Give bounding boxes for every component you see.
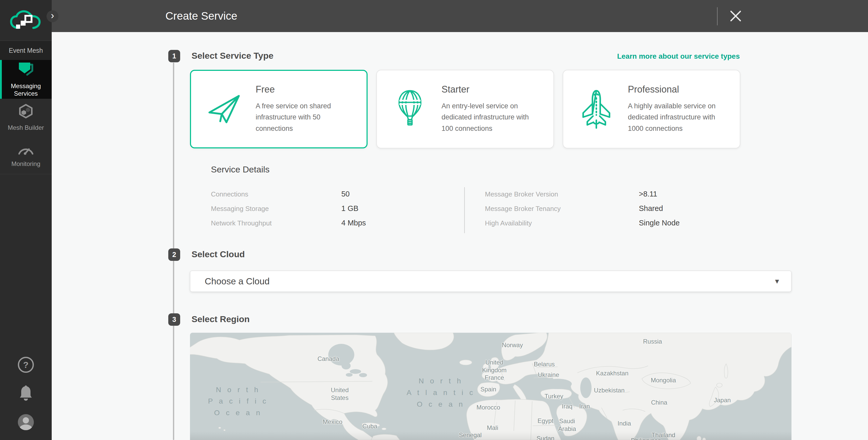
detail-label: Messaging Storage [211,205,340,213]
detail-value: 50 [341,190,349,198]
cloud-select-dropdown[interactable]: Choose a Cloud ▼ [190,271,792,292]
card-title: Free [256,84,354,95]
sidebar-item-label: Event Mesh [9,47,43,54]
detail-label: High Availability [485,219,638,227]
detail-label: Network Throughput [211,219,340,227]
paper-plane-icon [206,94,242,124]
learn-more-link[interactable]: Learn more about our service types [617,52,740,61]
detail-label: Connections [211,190,340,198]
detail-value: Shared [639,204,663,213]
sidebar-expand-button[interactable]: › [46,10,58,22]
card-description: An entry-level service on dedicated infr… [441,100,541,134]
close-icon[interactable] [729,9,742,23]
create-service-page: Event Mesh Messaging Services Mesh Build… [0,0,868,440]
sidebar-item-label: Monitoring [9,160,42,167]
service-type-cards: Free A free service on shared infrastruc… [190,70,792,148]
sidebar-item-messaging-services[interactable]: Messaging Services [0,60,52,99]
step-2-title: Select Cloud [191,249,245,259]
hexagon-mesh-icon [18,104,34,120]
step-2-badge: 2 [168,248,180,261]
create-service-form: 1 Select Service Type Learn more about o… [52,32,868,440]
sidebar: Event Mesh Messaging Services Mesh Build… [0,0,52,440]
hot-air-balloon-icon [392,90,428,128]
sidebar-footer: ? [0,357,52,430]
service-type-card-free[interactable]: Free A free service on shared infrastruc… [190,70,368,148]
cloud-select-value: Choose a Cloud [205,276,774,286]
detail-value: Single Node [639,219,680,227]
header-divider [717,7,718,25]
step-3-title: Select Region [191,314,250,324]
step-1-badge: 1 [168,50,180,62]
service-details-title: Service Details [211,164,270,175]
solace-cloud-logo-icon [10,9,42,31]
sidebar-item-label: Messaging Services [0,82,52,97]
help-icon[interactable]: ? [18,357,34,373]
sidebar-item-monitoring[interactable]: Monitoring [0,136,52,174]
detail-label: Message Broker Version [485,190,638,198]
step-1-title: Select Service Type [191,51,274,61]
detail-value: >8.11 [639,190,657,198]
sidebar-item-label: Mesh Builder [6,124,46,131]
service-type-card-professional[interactable]: Professional A highly available service … [563,70,740,148]
service-type-card-starter[interactable]: Starter An entry-level service on dedica… [376,70,554,148]
gauge-icon [18,143,34,156]
detail-label: Message Broker Tenancy [485,205,638,213]
card-description: A highly available service on dedicated … [628,100,727,134]
detail-value: 1 GB [341,204,358,213]
card-title: Starter [441,84,541,95]
airplane-icon [578,89,614,129]
card-title: Professional [628,84,727,95]
chevron-right-icon: › [51,10,54,21]
region-map[interactable]: N o r t h P a c i f i c O c e a n N o r … [190,333,792,440]
page-title: Create Service [165,0,237,32]
dialog-header: Create Service [52,0,868,32]
sidebar-item-mesh-builder[interactable]: Mesh Builder [0,99,52,136]
detail-value: 4 Mbps [341,219,366,227]
bell-icon[interactable] [19,385,33,402]
card-description: A free service on shared infrastructure … [256,100,354,134]
step-3-badge: 3 [168,313,180,326]
sidebar-item-event-mesh[interactable]: Event Mesh [0,41,52,60]
details-divider [464,187,465,233]
world-map-graphic [190,333,792,440]
app-logo[interactable] [0,0,52,41]
dropdown-arrow-icon: ▼ [774,277,780,285]
user-avatar-icon[interactable] [18,414,34,430]
shield-icon [18,62,34,78]
